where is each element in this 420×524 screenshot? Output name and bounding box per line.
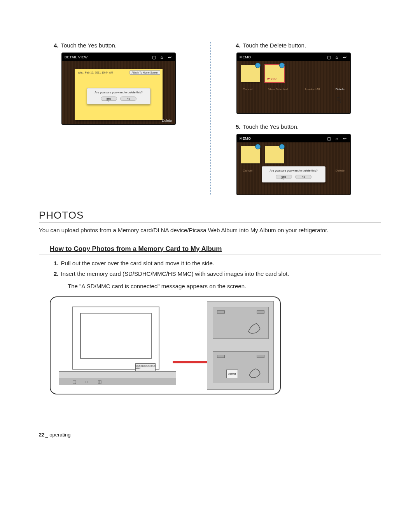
tack-icon [279,144,285,149]
memo-tile-2[interactable] [265,146,284,163]
memo-select-title: MEMO [240,55,324,59]
copy-photos-steps: 1.Pull out the cover over the card slot … [61,260,381,289]
copy-step-1: 1.Pull out the cover over the card slot … [61,260,381,266]
memo-home-icon[interactable]: ⌂ [334,54,340,60]
right-step-4: 4.Touch the Delete button. [243,42,381,49]
copy-step-2-text: Insert the memory card (SD/SDHC/MMC/HS M… [61,270,289,277]
memo-tile-text: I❤ YOU [267,77,276,81]
detail-home-icon[interactable]: ⌂ [159,54,165,60]
copy-step-2: 2.Insert the memory card (SD/SDHC/MMC/HS… [61,270,381,277]
right-step-4-text: Touch the Delete button. [243,42,306,49]
memo-sticky-note: Wed, Feb 16, 2011 10:44 AM Attach To Hom… [75,69,163,120]
card-slot-closeup-top [213,307,269,339]
slot-icon [217,310,225,314]
right-column: 4.Touch the Delete button. MEMO ▢ ⌂ ↩ I❤… [210,42,381,195]
save-icon[interactable]: ▢ [326,135,332,142]
memo-select-screenshot: MEMO ▢ ⌂ ↩ I❤ YOU ☟ Cancel [236,53,351,114]
cancel-button[interactable]: Cancel [243,169,252,172]
right-step-5: 5.Touch the Yes button. [243,123,381,130]
fridge-display-panel [72,307,159,370]
photos-heading: PHOTOS [39,209,381,221]
port-icon: ◫ [98,379,102,384]
memo-confirm-title: MEMO [240,137,324,140]
memo-save-icon[interactable]: ▢ [326,54,332,60]
touch-cursor-icon: ☟ [281,175,284,181]
right-step-4-num: 4. [236,42,241,49]
touch-cursor-icon: ☟ [106,97,109,103]
attach-home-button[interactable]: Attach To Home Screen [130,70,160,75]
touch-cursor-icon: ☟ [337,95,341,105]
card-slot-closeup-bottom: 256MB [213,351,269,383]
confirm-delete-dialog: Are you sure you want to delete this? Ye… [87,88,150,104]
copy-step-1-text: Pull out the cover over the card slot an… [61,260,214,266]
memo-confirm-body: Are you sure you want to delete this? Ye… [237,142,350,195]
hand-insert-card-icon [246,363,264,380]
confirm-delete-dialog: Are you sure you want to delete this? Ye… [262,166,326,182]
left-step-4-num: 4. [54,42,59,49]
tack-icon [255,144,261,149]
slot-icon [257,355,264,358]
no-button[interactable]: No [120,96,136,101]
right-step-5-num: 5. [236,123,241,130]
memo-confirm-topbar: MEMO ▢ ⌂ ↩ [237,135,350,142]
memo-tile-2-selected[interactable]: I❤ YOU [265,65,284,82]
detail-save-icon[interactable]: ▢ [151,54,157,60]
display-screen [80,313,152,359]
copy-step-2-num: 2. [54,270,59,277]
unselect-all-button[interactable]: Unselect All [304,88,320,91]
door-port-icons: ▢ ⎅ ◫ [72,379,102,384]
detail-view-topbar: DETAIL VIEW ▢ ⌂ ↩ [62,53,175,61]
door-bottom-strip: ▢ ⎅ ◫ [59,371,176,385]
tack-icon [255,63,261,68]
slot-icon [257,310,264,314]
copy-step-1-num: 1. [54,260,59,266]
port-icon: ⎅ [86,379,88,384]
right-step-5-text: Touch the Yes button. [243,123,299,130]
tack-icon [279,63,285,68]
sd-card-chip: 256MB [226,370,238,378]
copy-photos-subheading: How to Copy Photos from a Memory Card to… [50,245,381,253]
detail-view-title: DETAIL VIEW [65,55,149,59]
detail-view-body: Wed, Feb 16, 2011 10:44 AM Attach To Hom… [62,61,175,124]
memo-select-topbar: MEMO ▢ ⌂ ↩ [237,53,350,61]
left-column: 4.Touch the Yes button. DETAIL VIEW ▢ ⌂ … [39,42,210,195]
left-step-4: 4.Touch the Yes button. [61,42,199,49]
memo-tiles-row: I❤ YOU [240,63,348,86]
memo-back-icon[interactable]: ↩ [341,54,348,60]
memo-bottom-bar: Cancel View Selected Unselect All Delete [240,86,348,92]
memo-tile-1[interactable] [241,146,260,163]
back-icon[interactable]: ↩ [341,135,348,142]
card-slot-illustration: ▢ ⎅ ◫ SD/SDHC/MMC/HS MMC 256MB [50,296,281,394]
memo-tiles-row [240,144,348,167]
memo-confirm-screenshot: MEMO ▢ ⌂ ↩ Are you sure you want to dele… [236,134,351,195]
left-step-4-text: Touch the Yes button. [61,42,117,49]
slot-icon [217,355,225,358]
page-footer: 22_ operating [39,432,381,438]
footer-section: _ operating [45,432,70,438]
delete-label[interactable]: Delete [162,119,172,123]
delete-button[interactable]: Delete [336,169,345,172]
photos-heading-rule [39,222,381,223]
memo-tile-1[interactable] [241,65,260,82]
home-icon[interactable]: ⌂ [334,135,340,142]
port-icon: ▢ [72,379,76,384]
page-number: 22 [39,432,44,438]
photos-intro: You can upload photos from a Memory card… [39,226,381,234]
detail-back-icon[interactable]: ↩ [166,54,173,60]
view-selected-button[interactable]: View Selected [268,88,288,91]
sd-card-label: SD/SDHC/MMC/HS MMC [135,363,156,371]
cancel-button[interactable]: Cancel [243,88,252,91]
detail-view-screenshot: DETAIL VIEW ▢ ⌂ ↩ Wed, Feb 16, 2011 10:4… [61,53,176,125]
no-button[interactable]: No [295,175,312,179]
copy-photos-rule [39,254,381,254]
column-divider [210,42,211,195]
illus-panel-left: ▢ ⎅ ◫ SD/SDHC/MMC/HS MMC [59,307,176,384]
delete-button[interactable]: Delete [336,88,345,91]
copy-step-2-note: The "A SD/MMC card is connected" message… [61,283,381,289]
confirm-msg: Are you sure you want to delete this? [264,169,323,172]
memo-select-body: I❤ YOU ☟ Cancel View Selected Unselect A… [237,61,350,113]
confirm-msg: Are you sure you want to delete this? [89,91,148,94]
illus-panel-right: 256MB [207,301,274,390]
hand-open-cover-icon [246,318,264,336]
